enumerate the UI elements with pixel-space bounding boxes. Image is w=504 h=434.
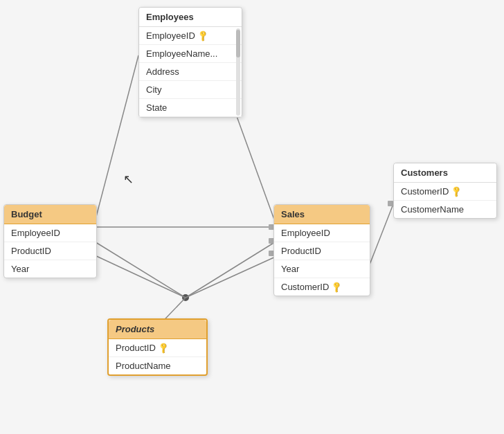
employees-city-label: City bbox=[146, 84, 161, 95]
employees-row-address: Address bbox=[139, 63, 242, 81]
employees-row-city: City bbox=[139, 81, 242, 99]
svg-line-0 bbox=[93, 55, 138, 227]
key-icon-customers-customerid: 🔑 bbox=[450, 185, 463, 198]
svg-line-8 bbox=[186, 256, 277, 298]
budget-header: Budget bbox=[4, 205, 96, 224]
products-table[interactable]: Products ProductID 🔑 ProductName bbox=[107, 318, 208, 376]
budget-table[interactable]: Budget EmployeeID ProductID Year bbox=[3, 204, 97, 278]
customers-customername-label: CustomerName bbox=[401, 204, 464, 215]
products-productid-label: ProductID bbox=[116, 343, 156, 353]
sales-row-productid: ProductID bbox=[274, 242, 370, 260]
svg-line-3 bbox=[93, 241, 186, 298]
sales-header: Sales bbox=[274, 205, 370, 224]
customers-row-customername: CustomerName bbox=[394, 201, 496, 218]
products-row-productname: ProductName bbox=[109, 357, 206, 374]
customers-customerid-label: CustomerID bbox=[401, 186, 449, 197]
employees-row-state: State bbox=[139, 99, 242, 117]
sales-year-label: Year bbox=[281, 264, 299, 274]
employees-state-label: State bbox=[146, 102, 167, 113]
sales-productid-label: ProductID bbox=[281, 246, 321, 256]
sales-employeeid-label: EmployeeID bbox=[281, 228, 330, 238]
employees-address-label: Address bbox=[146, 66, 179, 77]
sales-table[interactable]: Sales EmployeeID ProductID Year Customer… bbox=[273, 204, 370, 296]
svg-point-5 bbox=[182, 294, 189, 301]
budget-productid-label: ProductID bbox=[11, 246, 51, 256]
budget-row-year: Year bbox=[4, 260, 96, 278]
budget-year-label: Year bbox=[11, 264, 29, 274]
employees-employeename-label: EmployeeName... bbox=[146, 48, 217, 59]
svg-rect-18 bbox=[388, 201, 393, 206]
customers-table[interactable]: Customers CustomerID 🔑 CustomerName bbox=[393, 163, 497, 219]
cursor-arrow: ↖ bbox=[123, 172, 134, 187]
customers-row-customerid: CustomerID 🔑 bbox=[394, 183, 496, 201]
budget-employeeid-label: EmployeeID bbox=[11, 228, 60, 238]
employees-employeeid-label: EmployeeID bbox=[146, 30, 195, 41]
employees-table[interactable]: Employees EmployeeID 🔑 EmployeeName... A… bbox=[138, 7, 242, 118]
svg-line-4 bbox=[186, 241, 277, 298]
sales-row-year: Year bbox=[274, 260, 370, 278]
products-header: Products bbox=[109, 320, 206, 339]
customers-header: Customers bbox=[394, 163, 496, 183]
diagram-canvas[interactable]: Employees EmployeeID 🔑 EmployeeName... A… bbox=[0, 0, 504, 434]
employees-row-employeename: EmployeeName... bbox=[139, 45, 242, 63]
key-icon-products-productid: 🔑 bbox=[156, 341, 170, 354]
products-row-productid: ProductID 🔑 bbox=[109, 339, 206, 357]
key-icon-employeeid: 🔑 bbox=[196, 29, 209, 42]
svg-line-7 bbox=[93, 255, 186, 298]
scroll-indicator[interactable] bbox=[236, 28, 240, 116]
key-icon-sales-customerid: 🔑 bbox=[330, 280, 343, 293]
sales-row-customerid: CustomerID 🔑 bbox=[274, 278, 370, 296]
budget-row-employeeid: EmployeeID bbox=[4, 224, 96, 242]
sales-customerid-label: CustomerID bbox=[281, 282, 329, 292]
employees-row-employeeid: EmployeeID 🔑 bbox=[139, 27, 242, 45]
scroll-thumb bbox=[236, 30, 240, 57]
products-productname-label: ProductName bbox=[116, 361, 170, 371]
budget-row-productid: ProductID bbox=[4, 242, 96, 260]
employees-header: Employees bbox=[139, 8, 242, 27]
sales-row-employeeid: EmployeeID bbox=[274, 224, 370, 242]
